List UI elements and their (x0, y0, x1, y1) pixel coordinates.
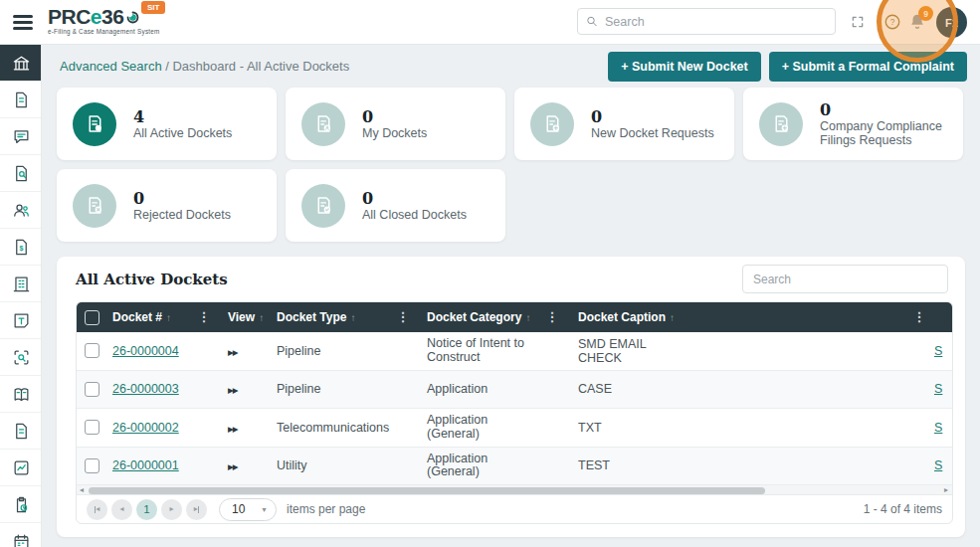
docket-active-icon (85, 113, 105, 134)
user-avatar[interactable]: F1 (936, 7, 967, 38)
row-checkbox[interactable] (85, 420, 99, 435)
col-docket-number[interactable]: Docket # (112, 310, 162, 324)
row-checkbox[interactable] (85, 458, 99, 473)
stat-cards-row-1: 4 All Active Dockets 0 My Dockets 0 New … (57, 88, 980, 160)
page-size-select[interactable]: 10 ▼ (219, 498, 277, 521)
column-menu-icon[interactable]: ⋮ (198, 309, 211, 324)
horizontal-scrollbar[interactable]: ◂ ▸ (77, 485, 952, 495)
docket-reject-icon (85, 195, 105, 216)
docket-caption-cell: TEST (562, 458, 691, 472)
view-docket-icon[interactable]: ▶▶ (228, 462, 238, 471)
sort-asc-icon[interactable]: ↑ (525, 312, 530, 323)
sidebar-item-templates[interactable] (0, 302, 42, 339)
docket-type-cell: Pipeline (270, 344, 393, 358)
column-menu-icon[interactable]: ⋮ (546, 309, 559, 324)
sidebar-item-messages[interactable] (0, 118, 42, 155)
sidebar-item-dockets[interactable] (0, 82, 42, 118)
scrollbar-thumb[interactable] (89, 487, 765, 494)
sidebar-item-register[interactable] (0, 376, 42, 413)
note-template-icon (12, 311, 31, 330)
svg-text:$: $ (19, 244, 23, 252)
stat-card-all-closed-dockets[interactable]: 0 All Closed Dockets (286, 169, 505, 242)
view-docket-icon[interactable]: ▶▶ (228, 386, 238, 395)
sidebar-item-tasks[interactable] (0, 486, 42, 523)
stat-label: Rejected Dockets (133, 208, 277, 222)
sidebar-item-calendar[interactable] (0, 523, 42, 547)
pager-last-button[interactable]: ▸ (186, 499, 207, 520)
docket-number-link[interactable]: 26-0000003 (112, 382, 179, 396)
submit-new-docket-button[interactable]: + Submit New Docket (608, 52, 760, 82)
col-docket-category[interactable]: Docket Category (427, 310, 521, 324)
sidebar-item-billing[interactable]: $ (0, 229, 42, 266)
docket-caption-cell: SMD EMAIL CHECK (562, 337, 691, 365)
sidebar-item-dashboard[interactable] (0, 45, 42, 82)
table-row: 26-0000004 ▶▶ Pipeline Notice of Intent … (77, 332, 952, 371)
docket-closed-icon (313, 195, 334, 216)
select-all-checkbox[interactable] (85, 310, 99, 325)
docket-caption-cell: TXT (562, 421, 691, 435)
sort-asc-icon[interactable]: ↑ (350, 312, 355, 323)
document-dollar-icon: $ (12, 238, 31, 257)
bank-icon (12, 54, 31, 73)
stat-card-all-active-dockets[interactable]: 4 All Active Dockets (57, 88, 277, 160)
main-content: Advanced Search / Dashboard - All Active… (42, 45, 980, 547)
stat-count: 0 (133, 190, 277, 207)
menu-toggle-icon[interactable] (13, 15, 33, 30)
sort-asc-icon[interactable]: ↑ (259, 312, 264, 323)
submit-formal-complaint-button[interactable]: + Submit a Formal Complaint (769, 52, 967, 82)
stat-card-my-dockets[interactable]: 0 My Dockets (286, 88, 505, 160)
truncated-link[interactable]: S (934, 382, 942, 396)
sort-asc-icon[interactable]: ↑ (670, 312, 675, 323)
items-per-page-label: items per page (287, 502, 365, 516)
docket-number-link[interactable]: 26-0000001 (112, 458, 179, 472)
help-icon[interactable]: ? (883, 13, 901, 31)
row-checkbox[interactable] (85, 343, 99, 358)
document-search-icon (12, 164, 31, 183)
column-menu-icon[interactable]: ⋮ (913, 309, 926, 324)
pager-page-1[interactable]: 1 (136, 499, 157, 520)
truncated-link[interactable]: S (934, 458, 942, 472)
sort-asc-icon[interactable]: ↑ (166, 312, 171, 323)
docket-number-link[interactable]: 26-0000004 (112, 344, 179, 358)
docket-caption-cell: CASE (562, 382, 691, 396)
col-view[interactable]: View (228, 310, 255, 324)
stat-count: 4 (133, 108, 277, 125)
col-docket-caption[interactable]: Docket Caption (578, 310, 666, 324)
pager-prev-button[interactable]: ◂ (111, 499, 132, 520)
docket-user-icon (313, 113, 334, 134)
sidebar-item-document-search[interactable] (0, 155, 42, 192)
truncated-link[interactable]: S (934, 344, 942, 358)
stat-card-new-docket-requests[interactable]: 0 New Docket Requests (514, 88, 734, 160)
pager-next-button[interactable]: ▸ (161, 499, 182, 520)
notifications[interactable]: 9 (908, 12, 926, 35)
sidebar-item-filings[interactable] (0, 413, 42, 450)
global-search-input[interactable] (605, 15, 827, 29)
stat-card-rejected-dockets[interactable]: 0 Rejected Dockets (57, 169, 277, 242)
pager-first-button[interactable]: ◂ (87, 499, 107, 520)
table-search-input[interactable] (742, 265, 948, 293)
stat-label: All Active Dockets (133, 126, 277, 140)
row-checkbox[interactable] (85, 382, 99, 397)
docket-number-link[interactable]: 26-0000002 (112, 421, 179, 435)
col-docket-type[interactable]: Docket Type (277, 310, 346, 324)
brand-part3: 36 (101, 6, 123, 28)
left-sidebar: $ (0, 45, 42, 547)
sidebar-item-companies[interactable] (0, 266, 42, 302)
docket-type-cell: Pipeline (270, 382, 393, 396)
scroll-right-icon[interactable]: ▸ (944, 485, 948, 495)
column-menu-icon[interactable]: ⋮ (397, 309, 410, 324)
stat-card-company-compliance[interactable]: 0 Company Compliance Filings Requests (743, 88, 963, 160)
view-docket-icon[interactable]: ▶▶ (228, 348, 238, 357)
view-docket-icon[interactable]: ▶▶ (228, 425, 238, 434)
breadcrumb-link-advanced-search[interactable]: Advanced Search (60, 59, 162, 74)
fullscreen-icon[interactable] (851, 15, 865, 29)
scroll-left-icon[interactable]: ◂ (80, 485, 84, 495)
sidebar-item-users[interactable] (0, 192, 42, 229)
pager-range-label: 1 - 4 of 4 items (864, 502, 942, 516)
sidebar-item-reports[interactable] (0, 450, 42, 486)
docket-type-cell: Utility (270, 458, 393, 472)
docket-add-icon (771, 113, 792, 134)
dockets-panel: All Active Dockets Docket #↑ ⋮ View↑ Doc… (57, 257, 965, 537)
sidebar-item-scan-search[interactable] (0, 339, 42, 376)
truncated-link[interactable]: S (934, 421, 942, 435)
